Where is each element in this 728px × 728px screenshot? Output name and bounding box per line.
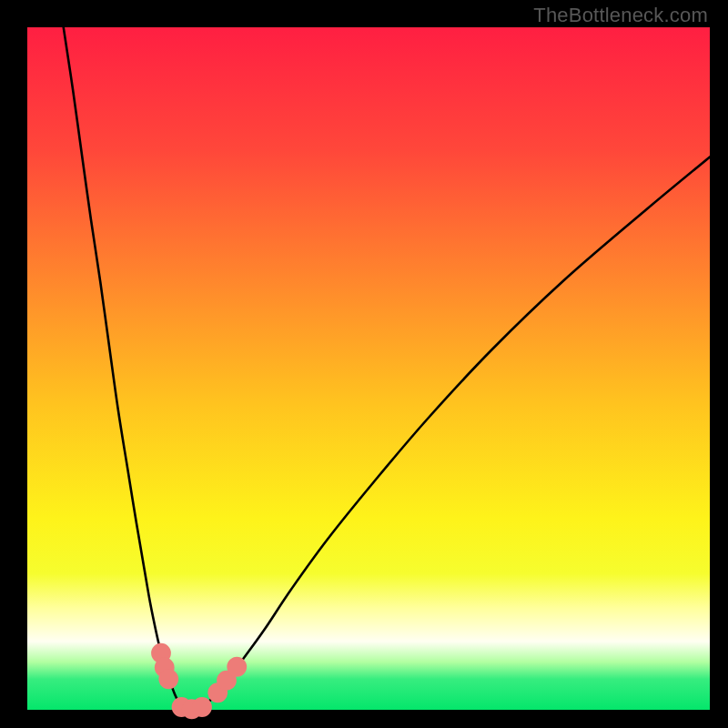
data-marker: [158, 669, 178, 689]
bottleneck-chart: [0, 0, 728, 728]
watermark-text: TheBottleneck.com: [533, 4, 708, 27]
plot-background: [27, 27, 710, 710]
data-marker: [192, 697, 212, 717]
chart-frame: TheBottleneck.com: [0, 0, 728, 728]
data-marker: [227, 657, 247, 677]
